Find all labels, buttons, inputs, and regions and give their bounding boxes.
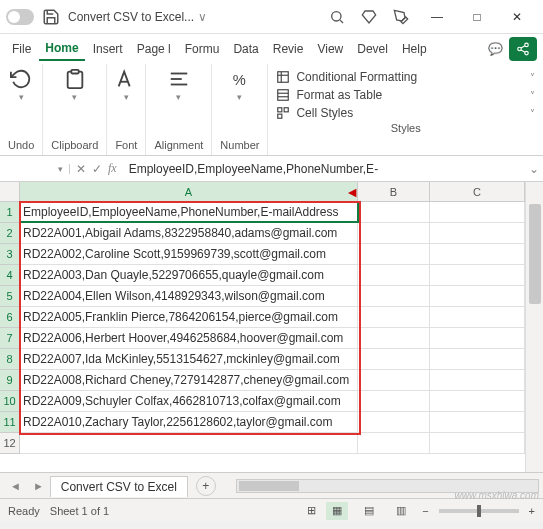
cells-area[interactable]: EmployeeID,EmployeeName,PhoneNumber,E-ma… xyxy=(20,202,525,472)
accept-formula-icon[interactable]: ✓ xyxy=(92,162,102,176)
cell[interactable] xyxy=(430,391,525,411)
cell[interactable] xyxy=(358,370,430,390)
cell[interactable] xyxy=(358,286,430,306)
cell[interactable] xyxy=(358,433,430,453)
tab-review[interactable]: Revie xyxy=(267,38,310,60)
column-header-b[interactable]: B xyxy=(358,182,430,201)
cell[interactable]: RD22A004,Ellen Wilson,4148929343,wilson@… xyxy=(20,286,358,306)
column-header-c[interactable]: C xyxy=(430,182,525,201)
tab-view[interactable]: View xyxy=(311,38,349,60)
cell[interactable] xyxy=(358,412,430,432)
format-as-table-button[interactable]: Format as Table ˅ xyxy=(276,86,535,104)
normal-view-button[interactable]: ▦ xyxy=(326,502,348,520)
search-icon[interactable] xyxy=(321,1,353,33)
page-break-view-button[interactable]: ▥ xyxy=(390,502,412,520)
row-header[interactable]: 4 xyxy=(0,265,19,286)
tab-insert[interactable]: Insert xyxy=(87,38,129,60)
zoom-slider[interactable] xyxy=(439,509,519,513)
cell[interactable] xyxy=(430,223,525,243)
horizontal-scroll-thumb[interactable] xyxy=(239,481,299,491)
cell[interactable] xyxy=(358,244,430,264)
paste-button[interactable]: ▾ xyxy=(64,68,86,102)
autosave-toggle[interactable] xyxy=(6,9,34,25)
row-header[interactable]: 7 xyxy=(0,328,19,349)
vertical-scroll-thumb[interactable] xyxy=(529,204,541,304)
row-header[interactable]: 10 xyxy=(0,391,19,412)
tab-file[interactable]: File xyxy=(6,38,37,60)
row-header[interactable]: 2 xyxy=(0,223,19,244)
cell[interactable] xyxy=(430,433,525,453)
row-header[interactable]: 6 xyxy=(0,307,19,328)
formula-input[interactable]: EmployeeID,EmployeeName,PhoneNumber,E- xyxy=(123,162,525,176)
row-header[interactable]: 8 xyxy=(0,349,19,370)
cancel-formula-icon[interactable]: ✕ xyxy=(76,162,86,176)
row-header[interactable]: 9 xyxy=(0,370,19,391)
diamond-icon[interactable] xyxy=(353,1,385,33)
title-chevron-icon[interactable]: ∨ xyxy=(198,10,207,24)
cell[interactable] xyxy=(430,307,525,327)
close-button[interactable]: ✕ xyxy=(497,1,537,33)
number-button[interactable]: % ▾ xyxy=(229,68,251,102)
cell[interactable]: RD22A009,Schuyler Colfax,4662810713,colf… xyxy=(20,391,358,411)
vertical-scrollbar[interactable] xyxy=(525,182,543,472)
cell[interactable]: RD22A002,Caroline Scott,9159969739,scott… xyxy=(20,244,358,264)
add-sheet-button[interactable]: + xyxy=(196,476,216,496)
row-header[interactable]: 11 xyxy=(0,412,19,433)
cell[interactable] xyxy=(430,328,525,348)
cell[interactable] xyxy=(358,349,430,369)
cell[interactable]: RD22A005,Franklin Pierce,7864206154,pier… xyxy=(20,307,358,327)
zoom-in-button[interactable]: + xyxy=(529,505,535,517)
cell[interactable] xyxy=(430,244,525,264)
sheet-tab[interactable]: Convert CSV to Excel xyxy=(50,476,188,497)
cell[interactable] xyxy=(430,370,525,390)
comments-button[interactable]: 💬 xyxy=(484,38,507,60)
tab-help[interactable]: Help xyxy=(396,38,433,60)
cell[interactable]: RD22A003,Dan Quayle,5229706655,quayle@gm… xyxy=(20,265,358,285)
cell[interactable]: RD22A010,Zachary Taylor,2256128602,taylo… xyxy=(20,412,358,432)
cell[interactable] xyxy=(430,349,525,369)
cell[interactable] xyxy=(358,307,430,327)
expand-formula-icon[interactable]: ⌄ xyxy=(525,162,543,176)
cell[interactable]: RD22A008,Richard Cheney,7279142877,chene… xyxy=(20,370,358,390)
column-header-a[interactable]: A ◄ xyxy=(20,182,358,201)
save-icon[interactable] xyxy=(42,8,60,26)
cell[interactable]: RD22A007,Ida McKinley,5513154627,mckinle… xyxy=(20,349,358,369)
cell-styles-button[interactable]: Cell Styles ˅ xyxy=(276,104,535,122)
cell[interactable] xyxy=(430,265,525,285)
tab-page-layout[interactable]: Page l xyxy=(131,38,177,60)
tab-formulas[interactable]: Formu xyxy=(179,38,226,60)
share-button[interactable] xyxy=(509,37,537,61)
sheet-nav-prev[interactable]: ◄ xyxy=(4,480,27,492)
cell[interactable] xyxy=(430,412,525,432)
row-header[interactable]: 5 xyxy=(0,286,19,307)
select-all-corner[interactable] xyxy=(0,182,20,202)
row-header[interactable]: 3 xyxy=(0,244,19,265)
font-button[interactable]: ▾ xyxy=(115,68,137,102)
row-header[interactable]: 12 xyxy=(0,433,19,454)
cell[interactable] xyxy=(358,265,430,285)
cell[interactable] xyxy=(20,433,358,453)
cell[interactable] xyxy=(358,328,430,348)
cell[interactable] xyxy=(430,286,525,306)
cell[interactable] xyxy=(358,391,430,411)
display-settings-icon[interactable]: ⊞ xyxy=(307,504,316,517)
cell[interactable] xyxy=(358,223,430,243)
sheet-nav-next[interactable]: ► xyxy=(27,480,50,492)
cell[interactable]: RD22A001,Abigail Adams,8322958840,adams@… xyxy=(20,223,358,243)
cell[interactable]: EmployeeID,EmployeeName,PhoneNumber,E-ma… xyxy=(20,202,358,222)
tab-home[interactable]: Home xyxy=(39,37,84,61)
namebox-chevron-icon[interactable]: ▾ xyxy=(58,164,63,174)
alignment-button[interactable]: ▾ xyxy=(168,68,190,102)
undo-button[interactable]: ▾ xyxy=(10,68,32,102)
zoom-out-button[interactable]: − xyxy=(422,505,428,517)
maximize-button[interactable]: □ xyxy=(457,1,497,33)
cell[interactable] xyxy=(430,202,525,222)
row-header[interactable]: 1 xyxy=(0,202,19,223)
fx-icon[interactable]: fx xyxy=(108,161,117,176)
cell[interactable]: RD22A006,Herbert Hoover,4946258684,hoove… xyxy=(20,328,358,348)
tab-data[interactable]: Data xyxy=(227,38,264,60)
conditional-formatting-button[interactable]: Conditional Formatting ˅ xyxy=(276,68,535,86)
tab-developer[interactable]: Devel xyxy=(351,38,394,60)
name-box[interactable]: ▾ xyxy=(0,164,70,174)
cell[interactable] xyxy=(358,202,430,222)
